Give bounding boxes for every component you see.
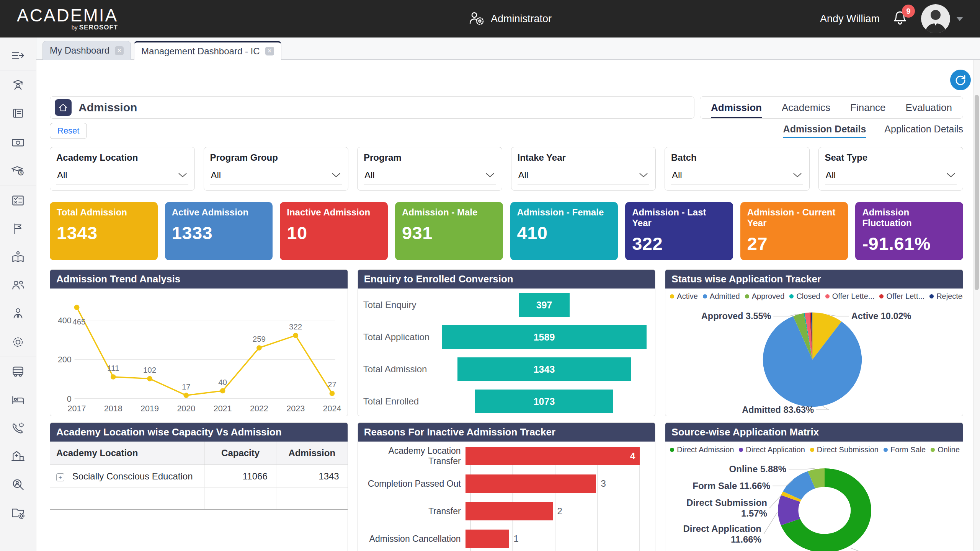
reset-button[interactable]: Reset — [50, 123, 87, 139]
kpi-admission-female[interactable]: Admission - Female 410 — [510, 202, 618, 260]
sidebar-item-courses[interactable] — [0, 99, 36, 127]
tab-admission-details[interactable]: Admission Details — [783, 124, 866, 138]
data-point[interactable] — [256, 345, 262, 350]
caret-down-icon[interactable] — [956, 17, 963, 21]
role-indicator[interactable]: Administrator — [468, 0, 552, 37]
module-tab-finance[interactable]: Finance — [850, 97, 886, 118]
panel-title: Reasons For Inactive Admission Tracker — [358, 423, 655, 442]
sidebar-item-milestones[interactable] — [0, 215, 36, 243]
col-admission[interactable]: Admission — [276, 442, 347, 465]
sidebar-item-documents[interactable] — [0, 499, 36, 527]
legend-item[interactable]: Active — [670, 292, 697, 301]
table-row[interactable]: + Socially Conscious Education 11066 134… — [50, 465, 348, 488]
status-pie-chart[interactable]: Approved 3.55% Active 10.02% Admitted 83… — [671, 304, 957, 416]
legend-label: Offer Lette... — [832, 292, 875, 301]
data-point[interactable] — [330, 391, 335, 396]
plus-expand-icon[interactable]: + — [56, 473, 64, 481]
legend-item[interactable]: Direct Submission — [810, 445, 879, 454]
legend-item[interactable]: Form Sale — [884, 445, 926, 454]
brand-byline-prefix: by — [72, 24, 78, 31]
legend-item[interactable]: Closed — [789, 292, 820, 301]
seat-type-select[interactable]: All — [825, 169, 957, 184]
vertical-scrollbar[interactable] — [973, 60, 980, 551]
select-value: All — [211, 170, 221, 181]
source-donut-chart[interactable]: Online 5.88% Form Sale 11.66% Direct Sub… — [671, 458, 957, 551]
x-tick-label: 2022 — [250, 404, 268, 413]
charts-row-1: Admission Trend Analysis 020040020172018… — [50, 269, 963, 416]
legend-dot — [810, 448, 814, 452]
module-tab-academics[interactable]: Academics — [782, 97, 830, 118]
reason-bar[interactable] — [466, 530, 509, 548]
legend-item[interactable]: Direct Application — [739, 445, 805, 454]
sidebar-item-scholarship[interactable]: $ — [0, 157, 36, 185]
reason-bar[interactable] — [466, 502, 553, 520]
close-icon[interactable]: ✕ — [265, 47, 274, 55]
sidebar-item-finance[interactable] — [0, 129, 36, 157]
legend-item[interactable]: Online — [931, 445, 960, 454]
data-point[interactable] — [111, 374, 116, 380]
sidebar-item-infirmary[interactable] — [0, 442, 36, 471]
scrollbar-thumb[interactable] — [975, 95, 979, 290]
notifications-button[interactable]: 9 — [891, 9, 910, 28]
bar-category-label: Transfer — [364, 506, 466, 517]
filter-label: Program — [364, 152, 496, 163]
kpi-total-admission[interactable]: Total Admission 1343 — [50, 202, 158, 260]
kpi-active-admission[interactable]: Active Admission 1333 — [165, 202, 273, 260]
reason-bar[interactable] — [466, 474, 596, 493]
col-academy-location[interactable]: Academy Location — [50, 442, 205, 465]
sidebar-item-settings[interactable] — [0, 328, 36, 356]
kpi-inactive-admission[interactable]: Inactive Admission 10 — [280, 202, 388, 260]
select-value: All — [518, 170, 529, 181]
sidebar-item-exams[interactable] — [0, 186, 36, 215]
academy-location-select[interactable]: All — [56, 169, 188, 184]
intake-year-select[interactable]: All — [518, 169, 650, 184]
legend-item[interactable]: Offer Lette... — [825, 292, 875, 301]
kpi-admission-current-year[interactable]: Admission - Current Year 27 — [740, 202, 848, 260]
sidebar-item-menu-expand[interactable] — [0, 41, 36, 70]
funnel-bar[interactable]: 397 — [519, 293, 570, 317]
sidebar-item-transport[interactable] — [0, 357, 36, 386]
program-select[interactable]: All — [364, 169, 496, 184]
tab-my-dashboard[interactable]: My Dashboard ✕ — [42, 41, 131, 60]
data-point[interactable] — [293, 333, 298, 338]
data-point[interactable] — [147, 376, 152, 381]
tab-application-details[interactable]: Application Details — [884, 124, 963, 138]
batch-select[interactable]: All — [671, 169, 803, 184]
col-capacity[interactable]: Capacity — [205, 442, 276, 465]
tab-management-dashboard[interactable]: Management Dashboard - IC ✕ — [134, 41, 281, 60]
sidebar-item-users[interactable] — [0, 271, 36, 300]
reason-bar[interactable]: 4 — [466, 447, 640, 465]
legend-item[interactable]: Offer Lett... — [879, 292, 924, 301]
funnel-bar[interactable]: 1343 — [457, 357, 631, 381]
sidebar-item-hostel[interactable] — [0, 386, 36, 414]
legend-item[interactable]: Direct Admission — [670, 445, 734, 454]
program-group-select[interactable]: All — [210, 169, 342, 184]
module-tab-admission[interactable]: Admission — [711, 97, 762, 118]
legend-item[interactable]: Admitted — [703, 292, 740, 301]
trend-line-chart[interactable]: 0200400201720182019202020212022202320244… — [51, 289, 345, 416]
data-point[interactable] — [74, 305, 80, 310]
data-point[interactable] — [220, 388, 225, 394]
legend-item[interactable]: Rejected — [929, 292, 963, 301]
sidebar-item-student[interactable] — [0, 71, 36, 99]
kpi-admission-last-year[interactable]: Admission - Last Year 322 — [625, 202, 733, 260]
sidebar-item-employee[interactable] — [0, 300, 36, 328]
avatar[interactable] — [921, 4, 950, 33]
filter-label: Batch — [671, 152, 803, 163]
kpi-admission-male[interactable]: Admission - Male 931 — [395, 202, 503, 260]
module-tab-evaluation[interactable]: Evaluation — [906, 97, 952, 118]
bar-category-label: Admission Cancellation — [364, 534, 466, 544]
funnel-bar[interactable]: 1073 — [475, 390, 614, 413]
legend-item[interactable]: Approved — [745, 292, 785, 301]
capacity-table: Academy Location Capacity Admission + — [50, 442, 348, 510]
home-button[interactable] — [55, 99, 72, 116]
sidebar-item-helpdesk[interactable] — [0, 414, 36, 442]
close-icon[interactable]: ✕ — [115, 46, 124, 55]
legend-label: Online — [938, 445, 960, 454]
kpi-admission-fluctuation[interactable]: Admission Fluctuation -91.61% — [855, 202, 963, 260]
refresh-button[interactable] — [950, 70, 971, 90]
data-point[interactable] — [183, 393, 189, 398]
sidebar-item-library[interactable] — [0, 243, 36, 271]
funnel-bar[interactable]: 1589 — [442, 325, 647, 349]
sidebar-item-people-search[interactable] — [0, 471, 36, 499]
